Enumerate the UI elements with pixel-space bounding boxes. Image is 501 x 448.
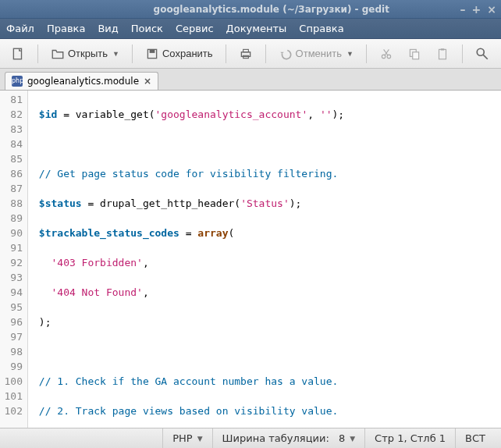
close-tab-button[interactable]: × <box>144 76 151 87</box>
titlebar: googleanalytics.module (~/Загрузки) - ge… <box>0 0 501 19</box>
status-insert-mode[interactable]: ВСТ <box>455 428 495 448</box>
cut-button[interactable] <box>375 44 398 64</box>
chevron-down-icon: ▼ <box>112 50 119 58</box>
scissors-icon <box>379 47 393 61</box>
tabbar: php googleanalytics.module × <box>0 69 501 91</box>
menu-file[interactable]: Файл <box>6 23 34 34</box>
new-file-button[interactable] <box>6 44 30 64</box>
menu-help[interactable]: Справка <box>299 23 343 34</box>
code-text-area[interactable]: $id = variable_get('googleanalytics_acco… <box>28 91 501 428</box>
save-button[interactable]: Сохранить <box>140 44 218 64</box>
svg-rect-2 <box>150 49 155 53</box>
printer-icon <box>239 47 253 61</box>
document-tab[interactable]: php googleanalytics.module × <box>5 72 158 90</box>
paste-button[interactable] <box>431 44 454 64</box>
copy-button[interactable] <box>403 44 426 64</box>
status-tab-width[interactable]: Ширина табуляции: 8 ▼ <box>212 428 365 448</box>
status-position: Стр 1, Стлб 1 <box>364 428 455 448</box>
maximize-button[interactable]: + <box>472 3 481 16</box>
menubar: Файл Правка Вид Поиск Сервис Документы С… <box>0 19 501 39</box>
tab-label: googleanalytics.module <box>27 76 139 87</box>
menu-search[interactable]: Поиск <box>131 23 163 34</box>
line-number-gutter: 81828384 85868788 89909192 939495 969798… <box>0 91 28 428</box>
code-editor[interactable]: 81828384 85868788 89909192 939495 969798… <box>0 91 501 428</box>
menu-edit[interactable]: Правка <box>47 23 85 34</box>
menu-service[interactable]: Сервис <box>176 23 214 34</box>
find-button[interactable] <box>471 44 494 64</box>
window-title: googleanalytics.module (~/Загрузки) - ge… <box>83 4 460 15</box>
svg-rect-4 <box>243 49 248 52</box>
chevron-down-icon: ▼ <box>346 50 354 58</box>
print-button[interactable] <box>234 44 258 64</box>
svg-point-12 <box>477 48 484 55</box>
save-icon <box>145 47 159 61</box>
copy-icon <box>407 47 421 61</box>
undo-icon <box>279 47 293 61</box>
close-button[interactable]: × <box>487 3 496 16</box>
minimize-button[interactable]: – <box>460 3 466 16</box>
search-icon <box>475 47 489 61</box>
svg-rect-11 <box>441 48 445 50</box>
paste-icon <box>435 47 449 61</box>
folder-open-icon <box>51 47 65 61</box>
menu-view[interactable]: Вид <box>98 23 118 34</box>
undo-button[interactable]: Отменить▼ <box>274 44 358 64</box>
toolbar: Открыть▼ Сохранить Отменить▼ <box>0 39 501 69</box>
svg-rect-9 <box>413 52 419 59</box>
svg-rect-10 <box>439 49 446 59</box>
menu-documents[interactable]: Документы <box>226 23 287 34</box>
status-language[interactable]: PHP ▼ <box>162 428 211 448</box>
statusbar: PHP ▼ Ширина табуляции: 8 ▼ Стр 1, Стлб … <box>0 428 501 448</box>
php-file-icon: php <box>12 76 23 87</box>
open-button[interactable]: Открыть▼ <box>46 44 124 64</box>
new-file-icon <box>11 47 25 61</box>
